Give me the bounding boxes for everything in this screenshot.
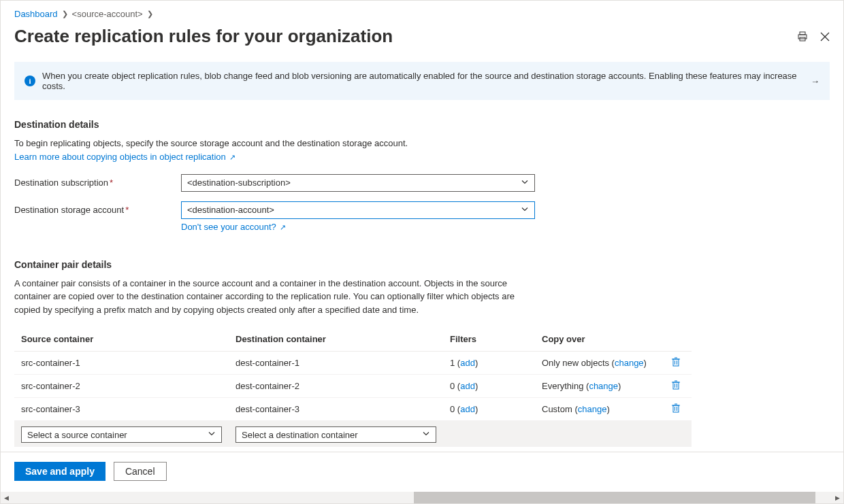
change-copy-link[interactable]: change bbox=[615, 358, 644, 368]
breadcrumb: Dashboard ❯ <source-account> ❯ bbox=[14, 9, 830, 19]
select-destination-container[interactable]: Select a destination container bbox=[236, 426, 436, 443]
info-text: When you create object replication rules… bbox=[42, 71, 804, 91]
breadcrumb-dashboard-link[interactable]: Dashboard bbox=[14, 9, 58, 19]
source-container-cell: src-container-1 bbox=[14, 352, 229, 375]
destination-account-label: Destination storage account* bbox=[14, 201, 181, 215]
destination-account-select[interactable]: <destination-account> bbox=[181, 201, 535, 219]
col-filters: Filters bbox=[443, 329, 535, 352]
dest-container-cell: dest-container-1 bbox=[229, 352, 443, 375]
select-source-container[interactable]: Select a source container bbox=[21, 426, 222, 443]
col-copy: Copy over bbox=[535, 329, 664, 352]
chevron-down-icon bbox=[521, 178, 529, 188]
svg-rect-5 bbox=[673, 359, 679, 366]
svg-rect-15 bbox=[673, 405, 679, 412]
close-icon[interactable] bbox=[820, 32, 830, 41]
add-pair-row: Select a source container Select a desti… bbox=[14, 421, 692, 448]
copy-over-cell: Only new objects (change) bbox=[535, 352, 664, 375]
dest-container-cell: dest-container-2 bbox=[229, 375, 443, 398]
container-pair-heading: Container pair details bbox=[14, 259, 830, 270]
dest-container-cell: dest-container-3 bbox=[229, 398, 443, 421]
copy-over-cell: Custom (change) bbox=[535, 398, 664, 421]
scroll-right-icon[interactable]: ▶ bbox=[832, 492, 843, 503]
chevron-right-icon: ❯ bbox=[147, 10, 153, 18]
table-row: src-container-2 dest-container-2 0 (add)… bbox=[14, 375, 692, 398]
change-copy-link[interactable]: change bbox=[589, 381, 618, 391]
page-title: Create replication rules for your organi… bbox=[14, 26, 393, 47]
chevron-down-icon bbox=[208, 430, 216, 440]
col-source: Source container bbox=[14, 329, 229, 352]
change-copy-link[interactable]: change bbox=[578, 404, 607, 414]
footer-actions: Save and apply Cancel bbox=[1, 452, 843, 490]
print-icon[interactable] bbox=[797, 31, 808, 42]
external-link-icon: ↗ bbox=[229, 153, 236, 161]
chevron-down-icon bbox=[422, 430, 430, 440]
chevron-right-icon: ❯ bbox=[62, 10, 68, 18]
breadcrumb-current: <source-account> bbox=[72, 9, 143, 19]
add-filter-link[interactable]: add bbox=[460, 358, 475, 368]
delete-icon[interactable] bbox=[671, 357, 681, 367]
filters-cell: 1 (add) bbox=[443, 352, 535, 375]
info-banner[interactable]: i When you create object replication rul… bbox=[14, 62, 830, 100]
svg-rect-0 bbox=[800, 32, 805, 35]
filters-cell: 0 (add) bbox=[443, 398, 535, 421]
col-dest: Destination container bbox=[229, 329, 443, 352]
arrow-right-icon: → bbox=[811, 76, 819, 86]
horizontal-scrollbar[interactable]: ◀ ▶ bbox=[1, 492, 843, 503]
copy-over-cell: Everything (change) bbox=[535, 375, 664, 398]
destination-subscription-select[interactable]: <destination-subscription> bbox=[181, 174, 535, 192]
info-icon: i bbox=[25, 75, 35, 86]
cancel-button[interactable]: Cancel bbox=[114, 462, 167, 481]
chevron-down-icon bbox=[521, 205, 529, 215]
delete-icon[interactable] bbox=[671, 403, 681, 413]
learn-more-link[interactable]: Learn more about copying objects in obje… bbox=[14, 152, 236, 162]
filters-cell: 0 (add) bbox=[443, 375, 535, 398]
destination-subscription-label: Destination subscription* bbox=[14, 174, 181, 188]
container-pairs-table: Source container Destination container F… bbox=[14, 329, 692, 447]
scrollbar-thumb[interactable] bbox=[414, 492, 815, 503]
table-row: src-container-3 dest-container-3 0 (add)… bbox=[14, 398, 692, 421]
source-container-cell: src-container-2 bbox=[14, 375, 229, 398]
external-link-icon: ↗ bbox=[280, 223, 286, 231]
destination-description: To begin replicating objects, specify th… bbox=[14, 137, 695, 150]
delete-icon[interactable] bbox=[671, 380, 681, 390]
destination-details-heading: Destination details bbox=[14, 119, 830, 130]
save-button[interactable]: Save and apply bbox=[14, 462, 106, 481]
scroll-left-icon[interactable]: ◀ bbox=[1, 492, 12, 503]
source-container-cell: src-container-3 bbox=[14, 398, 229, 421]
add-filter-link[interactable]: add bbox=[460, 404, 475, 414]
svg-rect-10 bbox=[673, 382, 679, 389]
table-row: src-container-1 dest-container-1 1 (add)… bbox=[14, 352, 692, 375]
container-pair-description: A container pair consists of a container… bbox=[14, 277, 532, 317]
dont-see-account-link[interactable]: Don't see your account? ↗ bbox=[181, 222, 286, 232]
add-filter-link[interactable]: add bbox=[460, 381, 475, 391]
